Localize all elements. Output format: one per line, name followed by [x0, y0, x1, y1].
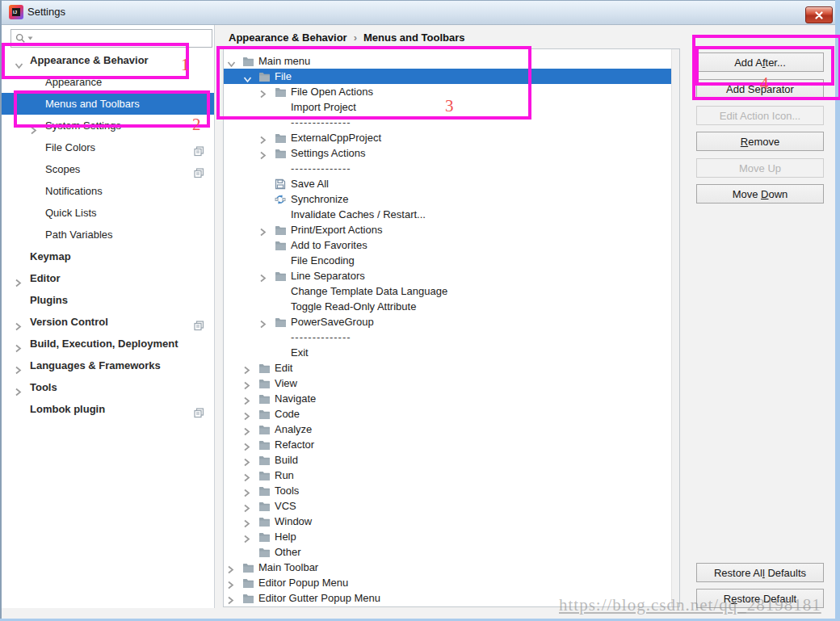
tree-row-label: Synchronize	[291, 191, 349, 207]
sidebar-item-plugins[interactable]: Plugins	[2, 289, 214, 311]
tree-row-run[interactable]: Run	[224, 468, 672, 483]
tree-row-add-to-favorites[interactable]: Add to Favorites	[224, 237, 672, 253]
tree-row-toggle-read-only-attribute[interactable]: Toggle Read-Only Attribute	[224, 299, 672, 314]
breadcrumb-parent[interactable]: Appearance & Behavior	[229, 31, 347, 44]
folder-icon	[242, 593, 254, 608]
sidebar-item-file-colors[interactable]: File Colors	[2, 136, 214, 158]
tree-row-save-all[interactable]: Save All	[224, 176, 672, 191]
tree-row-print-export-actions[interactable]: Print/Export Actions	[224, 222, 672, 237]
button-label: Restore All Defaults	[714, 567, 806, 579]
tree-row-main-menu[interactable]: Main menu	[224, 53, 672, 69]
tree-row-label: Build	[275, 452, 298, 468]
tree-row-label: File Open Actions	[291, 84, 373, 99]
menu-tree-panel: Main menu File File Open ActionsImport P…	[223, 48, 680, 607]
tree-row-code[interactable]: Code	[224, 406, 672, 422]
separator-dashes: --------------	[291, 329, 351, 345]
tree-scrollbar[interactable]	[671, 49, 679, 606]
tree-row-label: Code	[275, 406, 300, 422]
tree-row-file[interactable]: File	[224, 69, 672, 84]
button-label: Add Separator	[726, 83, 794, 95]
titlebar[interactable]: IJ Settings	[0, 0, 840, 25]
tree-row-file-open-actions[interactable]: File Open Actions	[224, 84, 672, 99]
sidebar-item-languages-frameworks[interactable]: Languages & Frameworks	[2, 355, 214, 376]
tree-row-synchronize[interactable]: Synchronize	[224, 191, 672, 207]
tree-row-change-template-data-language[interactable]: Change Template Data Language	[224, 283, 672, 299]
restore-default-button[interactable]: Restore Default	[696, 589, 824, 608]
remove-button[interactable]: Remove	[696, 132, 824, 151]
tree-row-label: Main Toolbar	[258, 560, 318, 575]
sidebar-item-menus-and-toolbars[interactable]: Menus and Toolbars	[2, 93, 214, 115]
move-up-button: Move Up	[696, 158, 824, 178]
sidebar-item-path-variables[interactable]: Path Variables	[2, 224, 214, 245]
tree-row-label: Invalidate Caches / Restart...	[291, 207, 426, 222]
move-down-button[interactable]: Move Down	[696, 184, 824, 204]
tree-row-invalidate-caches-restart[interactable]: Invalidate Caches / Restart...	[224, 207, 672, 222]
tree-row-powersavegroup[interactable]: PowerSaveGroup	[224, 314, 672, 329]
restore-all-defaults-button[interactable]: Restore All Defaults	[696, 563, 824, 582]
tree-separator-row[interactable]: --------------	[224, 115, 672, 130]
sidebar-item-lombok-plugin[interactable]: Lombok plugin	[2, 398, 214, 420]
tree-row-label: Tools	[275, 483, 299, 498]
sidebar-item-appearance-behavior[interactable]: Appearance & Behavior	[2, 49, 214, 71]
sidebar-item-system-settings[interactable]: System Settings	[2, 115, 214, 136]
tree-row-main-toolbar[interactable]: Main Toolbar	[224, 560, 672, 575]
tree-row-tools[interactable]: Tools	[224, 483, 672, 498]
sidebar-item-version-control[interactable]: Version Control	[2, 311, 214, 333]
tree-row-exit[interactable]: Exit	[224, 345, 672, 360]
add-after-button[interactable]: Add After...	[696, 52, 824, 72]
tree-separator-row[interactable]: --------------	[224, 329, 672, 345]
tree-separator-row[interactable]: --------------	[224, 161, 672, 176]
tree-row-view[interactable]: View	[224, 376, 672, 391]
sidebar-item-label: Menus and Toolbars	[45, 93, 140, 115]
tree-row-label: Main menu	[258, 53, 310, 69]
tree-row-file-encoding[interactable]: File Encoding	[224, 253, 672, 268]
window-border-right	[835, 0, 840, 621]
tree-row-build[interactable]: Build	[224, 452, 672, 468]
tree-row-label: Import Project	[291, 99, 356, 115]
add-separator-button[interactable]: Add Separator	[696, 79, 824, 99]
tree-row-editor-gutter-popup-menu[interactable]: Editor Gutter Popup Menu	[224, 590, 672, 606]
tree-row-label: File Encoding	[291, 253, 355, 268]
tree-row-label: Refactor	[275, 437, 314, 452]
tree-row-label: Navigate	[275, 391, 316, 406]
sidebar-item-label: Build, Execution, Deployment	[30, 333, 178, 355]
sidebar-item-label: Lombok plugin	[30, 398, 105, 420]
sidebar-item-scopes[interactable]: Scopes	[2, 158, 214, 180]
sidebar-item-label: Editor	[30, 267, 61, 289]
tree-row-edit[interactable]: Edit	[224, 360, 672, 376]
search-input[interactable]	[10, 29, 212, 48]
tree-row-settings-actions[interactable]: Settings Actions	[224, 145, 672, 161]
sidebar-item-label: System Settings	[45, 115, 121, 136]
sidebar-item-label: Languages & Frameworks	[30, 355, 161, 376]
sidebar-item-label: Appearance & Behavior	[30, 49, 149, 71]
tree-row-help[interactable]: Help	[224, 529, 672, 544]
tree-row-refactor[interactable]: Refactor	[224, 437, 672, 452]
tree-row-analyze[interactable]: Analyze	[224, 422, 672, 437]
tree-row-label: Other	[275, 544, 301, 560]
tree-row-vcs[interactable]: VCS	[224, 498, 672, 514]
window-title: Settings	[27, 6, 65, 18]
tree-row-label: Edit	[275, 360, 292, 376]
tree-row-other[interactable]: Other	[224, 544, 672, 560]
tree-row-label: VCS	[275, 498, 296, 514]
tree-row-navigate[interactable]: Navigate	[224, 391, 672, 406]
sidebar-item-build-execution-deployment[interactable]: Build, Execution, Deployment	[2, 333, 214, 355]
tree-row-label: Line Separators	[291, 268, 365, 283]
tree-row-window[interactable]: Window	[224, 514, 672, 529]
sidebar-item-quick-lists[interactable]: Quick Lists	[2, 202, 214, 224]
tree-row-externalcppproject[interactable]: ExternalCppProject	[224, 130, 672, 145]
sidebar-item-keymap[interactable]: Keymap	[2, 245, 214, 267]
tree-row-import-project[interactable]: Import Project	[224, 99, 672, 115]
sidebar-item-notifications[interactable]: Notifications	[2, 180, 214, 202]
breadcrumb: Appearance & Behavior›Menus and Toolbars	[229, 31, 464, 44]
chevron-right-icon[interactable]	[227, 594, 234, 609]
sidebar-item-label: Path Variables	[45, 224, 113, 245]
tree-row-editor-popup-menu[interactable]: Editor Popup Menu	[224, 575, 672, 590]
sidebar-item-editor[interactable]: Editor	[2, 267, 214, 289]
sidebar-item-appearance[interactable]: Appearance	[2, 71, 214, 93]
sidebar-item-label: Keymap	[30, 245, 71, 267]
tree-row-line-separators[interactable]: Line Separators	[224, 268, 672, 283]
close-button[interactable]	[805, 6, 833, 23]
sidebar-item-tools[interactable]: Tools	[2, 376, 214, 398]
intellij-logo-icon: IJ	[9, 5, 23, 19]
